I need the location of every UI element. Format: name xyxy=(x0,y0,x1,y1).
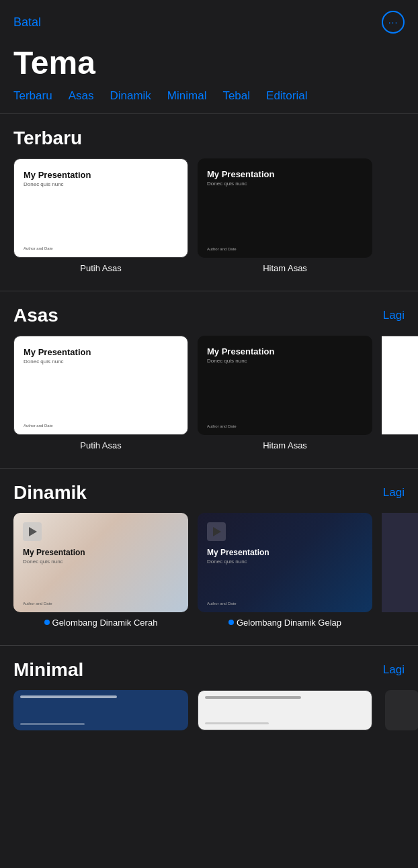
card-title-1: My Presentation xyxy=(24,170,178,180)
dinamik-card-name-wrapper-2: Gelombang Dinamik Gelap xyxy=(228,618,341,628)
terbaru-cards-row: My Presentation Donec quis nunc Author a… xyxy=(0,158,418,273)
play-icon-light xyxy=(23,522,42,541)
tab-editorial[interactable]: Editorial xyxy=(266,89,307,103)
section-dinamik-title: Dinamik xyxy=(13,482,87,503)
dinamik-card-title-2: My Presentation xyxy=(207,548,363,557)
card-thumbnail-minimal-partial xyxy=(385,690,418,730)
theme-card-minimal-light[interactable] xyxy=(198,690,372,730)
card-author-1: Author and Date xyxy=(24,246,178,250)
asas-card-author-1: Author and Date xyxy=(24,424,178,428)
theme-card-gelombang-gelap[interactable]: My Presentation Donec quis nunc Author a… xyxy=(198,513,372,628)
play-icon-dark xyxy=(207,522,226,541)
dot-blue-1 xyxy=(44,620,50,625)
more-options-button[interactable]: ··· xyxy=(382,11,405,34)
tab-terbaru[interactable]: Terbaru xyxy=(13,89,52,103)
card-title-2: My Presentation xyxy=(207,169,363,179)
section-asas-title: Asas xyxy=(13,305,58,326)
cancel-button[interactable]: Batal xyxy=(13,15,41,30)
theme-card-dinamik-partial[interactable]: M Don xyxy=(382,513,418,628)
theme-card-gelombang-cerah[interactable]: My Presentation Donec quis nunc Author a… xyxy=(13,513,188,628)
dinamik-card-title-1: My Presentation xyxy=(23,548,179,557)
section-terbaru: Terbaru My Presentation Donec quis nunc … xyxy=(0,113,418,291)
section-asas-header: Asas Lagi xyxy=(0,305,418,336)
asas-card-name-1: Putih Asas xyxy=(80,440,121,450)
dinamik-card-subtitle-2: Donec quis nunc xyxy=(207,559,363,565)
section-asas: Asas Lagi My Presentation Donec quis nun… xyxy=(0,291,418,468)
tab-dinamik[interactable]: Dinamik xyxy=(110,89,151,103)
card-name-1: Putih Asas xyxy=(80,263,121,273)
dinamik-card-author-2: Author and Date xyxy=(207,601,363,606)
asas-card-name-2: Hitam Asas xyxy=(263,440,307,450)
section-terbaru-title: Terbaru xyxy=(13,128,82,149)
card-author-2: Author and Date xyxy=(207,247,363,251)
theme-card-putih-asas-terbaru[interactable]: My Presentation Donec quis nunc Author a… xyxy=(13,158,188,273)
card-thumbnail-white-asas: My Presentation Donec quis nunc Author a… xyxy=(13,336,188,435)
card-thumbnail-minimal-light xyxy=(198,690,372,730)
section-minimal-title: Minimal xyxy=(13,659,83,681)
card-subtitle-2: Donec quis nunc xyxy=(207,181,363,187)
more-dots-icon: ··· xyxy=(388,17,399,27)
card-thumbnail-dynamic-dark: My Presentation Donec quis nunc Author a… xyxy=(198,513,372,612)
section-minimal: Minimal Lagi xyxy=(0,645,418,748)
asas-more-button[interactable]: Lagi xyxy=(383,309,405,322)
asas-card-title-2: My Presentation xyxy=(207,346,363,356)
page-title: Tema xyxy=(0,39,418,89)
header: Batal ··· xyxy=(0,0,418,39)
section-minimal-header: Minimal Lagi xyxy=(0,659,418,690)
card-thumbnail-dinamik-partial: M Don xyxy=(382,513,418,612)
dinamik-more-button[interactable]: Lagi xyxy=(383,486,405,499)
dot-blue-2 xyxy=(228,620,234,625)
asas-card-title-1: My Presentation xyxy=(24,347,178,357)
dinamik-card-name-wrapper-1: Gelombang Dinamik Cerah xyxy=(44,618,158,628)
card-subtitle-1: Donec quis nunc xyxy=(24,181,178,187)
theme-card-hitam-asas-terbaru[interactable]: My Presentation Donec quis nunc Author a… xyxy=(198,158,372,273)
tab-minimal[interactable]: Minimal xyxy=(167,89,207,103)
card-thumbnail-minimal-blue xyxy=(13,690,188,730)
category-tabs: Terbaru Asas Dinamik Minimal Tebal Edito… xyxy=(0,89,418,113)
minimal-more-button[interactable]: Lagi xyxy=(383,663,405,677)
asas-card-author-2: Author and Date xyxy=(207,424,363,428)
section-dinamik: Dinamik Lagi My Presentation Donec quis … xyxy=(0,468,418,645)
asas-card-subtitle-1: Donec quis nunc xyxy=(24,358,178,365)
dinamik-card-name-1: Gelombang Dinamik Cerah xyxy=(52,618,158,628)
play-triangle-dark xyxy=(213,527,221,536)
dinamik-card-author-1: Author and Date xyxy=(23,601,179,606)
tab-asas[interactable]: Asas xyxy=(69,89,94,103)
dinamik-partial-title: M xyxy=(382,548,418,557)
asas-cards-row: My Presentation Donec quis nunc Author a… xyxy=(0,336,418,450)
theme-card-hitam-asas[interactable]: My Presentation Donec quis nunc Author a… xyxy=(198,336,372,450)
theme-card-minimal-partial[interactable] xyxy=(382,690,418,730)
play-triangle-light xyxy=(29,527,37,536)
minimal-cards-row xyxy=(0,690,418,730)
card-thumbnail-black-asas: My Presentation Donec quis nunc Author a… xyxy=(198,336,372,435)
dinamik-partial-subtitle: Don xyxy=(382,559,418,565)
tab-tebal[interactable]: Tebal xyxy=(222,89,250,103)
card-thumbnail-asas-partial xyxy=(382,336,418,435)
theme-card-putih-asas[interactable]: My Presentation Donec quis nunc Author a… xyxy=(13,336,188,450)
dinamik-card-subtitle-1: Donec quis nunc xyxy=(23,559,179,565)
card-thumbnail-white-terbaru: My Presentation Donec quis nunc Author a… xyxy=(13,158,188,258)
card-name-2: Hitam Asas xyxy=(263,263,307,273)
card-thumbnail-dynamic-light: My Presentation Donec quis nunc Author a… xyxy=(13,513,188,612)
section-dinamik-header: Dinamik Lagi xyxy=(0,482,418,513)
theme-card-asas-partial[interactable] xyxy=(382,336,418,450)
dinamik-card-name-2: Gelombang Dinamik Gelap xyxy=(237,618,341,628)
asas-card-subtitle-2: Donec quis nunc xyxy=(207,358,363,364)
section-terbaru-header: Terbaru xyxy=(0,128,418,158)
theme-card-minimal-blue[interactable] xyxy=(13,690,188,730)
dinamik-cards-row: My Presentation Donec quis nunc Author a… xyxy=(0,513,418,628)
card-thumbnail-black-terbaru: My Presentation Donec quis nunc Author a… xyxy=(198,158,372,258)
